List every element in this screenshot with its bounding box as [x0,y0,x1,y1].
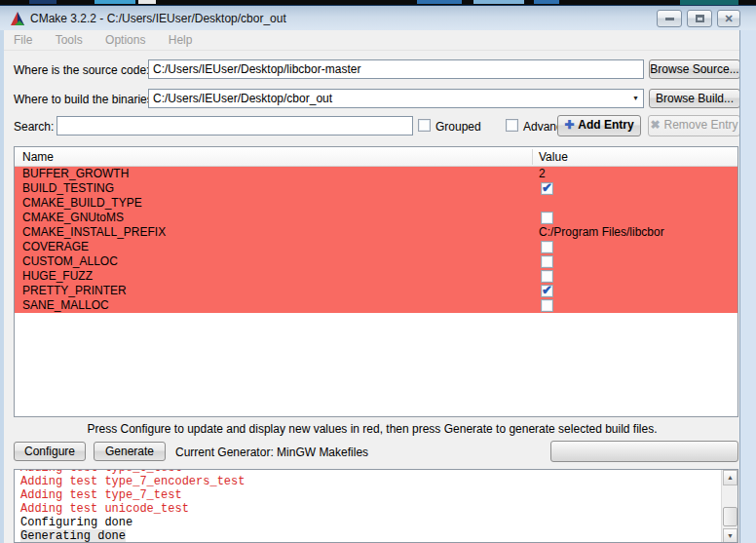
variable-name: CMAKE_INSTALL_PREFIX [22,225,166,240]
source-code-label: Where is the source code: [14,63,149,77]
build-binaries-label: Where to build the binaries: [14,93,156,106]
title-bar: CMake 3.2.2 - C:/Users/IEUser/Desktop/cb… [0,5,756,30]
browse-source-button[interactable]: Browse Source... [649,59,740,79]
log-lines: Adding test type_6_testAdding test type_… [20,469,718,543]
variable-name: SANE_MALLOC [22,298,109,313]
variable-name: CMAKE_BUILD_TYPE [22,196,142,211]
column-divider[interactable] [532,149,533,165]
table-header: Name Value [15,147,737,167]
table-row[interactable]: PRETTY_PRINTER [15,284,737,298]
table-row[interactable]: HUGE_FUZZ [15,269,737,284]
search-input[interactable] [57,116,413,136]
maximize-icon [696,15,704,22]
generate-button[interactable]: Generate [94,442,166,461]
remove-x-icon: ✖ [650,118,660,132]
value-checkbox[interactable] [541,270,553,283]
add-entry-button[interactable]: ✚Add Entry [557,115,641,136]
column-header-name[interactable]: Name [22,150,54,164]
log-line: Adding test type_7_test [20,488,718,502]
variable-name: BUFFER_GROWTH [22,167,129,181]
value-checkbox[interactable] [541,182,553,195]
log-scrollbar: ▲ ▼ [721,470,737,543]
variable-value[interactable]: 2 [539,167,546,181]
hint-text: Press Configure to update and display ne… [4,422,740,436]
variable-name: BUILD_TESTING [22,181,114,196]
log-line: Configuring done [20,516,718,529]
column-header-value[interactable]: Value [539,150,568,164]
minimize-icon [665,18,674,20]
variable-name: PRETTY_PRINTER [22,284,127,298]
table-row[interactable]: COVERAGE [15,240,737,254]
table-row[interactable]: CMAKE_GNUtoMS [15,211,737,225]
variable-value[interactable]: C:/Program Files/libcbor [539,225,664,240]
variable-name: CUSTOM_ALLOC [22,254,118,269]
table-row[interactable]: BUFFER_GROWTH2 [15,167,737,181]
search-label: Search: [14,120,54,134]
window-title: CMake 3.2.2 - C:/Users/IEUser/Desktop/cb… [30,12,286,25]
advanced-checkbox[interactable] [506,119,518,132]
configure-button[interactable]: Configure [14,442,86,461]
variable-name: COVERAGE [22,240,89,254]
log-line: Adding test unicode_test [20,502,718,516]
table-row[interactable]: CMAKE_INSTALL_PREFIXC:/Program Files/lib… [15,225,737,240]
scrollbar-down-icon[interactable]: ▼ [723,528,737,543]
table-body: BUFFER_GROWTH2BUILD_TESTINGCMAKE_BUILD_T… [15,167,737,313]
value-checkbox[interactable] [541,285,553,297]
value-checkbox[interactable] [541,212,553,224]
value-checkbox[interactable] [541,255,553,268]
menu-help[interactable]: Help [159,30,203,50]
main-content: Where is the source code: Browse Source.… [4,51,740,543]
table-row[interactable]: BUILD_TESTING [15,181,737,196]
menu-options[interactable]: Options [95,30,155,50]
variable-name: CMAKE_GNUtoMS [22,211,124,225]
table-row[interactable]: CMAKE_BUILD_TYPE [15,196,737,211]
output-log[interactable]: Adding test type_6_testAdding test type_… [14,469,738,543]
plus-icon: ✚ [564,118,574,132]
scrollbar-up-icon[interactable]: ▲ [723,470,737,485]
scrollbar-thumb[interactable] [723,507,737,526]
minimize-button[interactable] [657,10,682,27]
cmake-window: CMake 3.2.2 - C:/Users/IEUser/Desktop/cb… [0,0,756,543]
progress-bar [550,441,738,462]
table-row[interactable]: SANE_MALLOC [15,298,737,313]
menu-file[interactable]: File [4,30,42,50]
remove-entry-button[interactable]: ✖Remove Entry [648,115,740,136]
menu-bar: File Tools Options Help [4,30,740,51]
grouped-checkbox[interactable] [418,119,431,132]
menu-tools[interactable]: Tools [46,30,93,50]
variable-name: HUGE_FUZZ [22,269,93,284]
value-checkbox[interactable] [541,241,553,253]
log-line: Adding test type_7_encoders_test [20,475,718,488]
source-code-input[interactable] [148,59,644,79]
grouped-label: Grouped [435,120,481,134]
close-button[interactable]: ✕ [717,10,740,27]
value-checkbox[interactable] [541,299,553,312]
current-generator-label: Current Generator: MinGW Makefiles [175,446,368,459]
maximize-button[interactable] [687,10,712,27]
cmake-logo-icon [10,11,25,26]
cache-variable-table: Name Value BUFFER_GROWTH2BUILD_TESTINGCM… [14,146,738,417]
close-icon: ✕ [724,13,733,24]
log-line: Generating done [20,529,718,543]
table-row[interactable]: CUSTOM_ALLOC [15,254,737,269]
browse-build-button[interactable]: Browse Build... [649,89,740,108]
combo-dropdown-icon[interactable]: ▼ [632,95,639,101]
build-path-combobox[interactable] [148,89,644,108]
